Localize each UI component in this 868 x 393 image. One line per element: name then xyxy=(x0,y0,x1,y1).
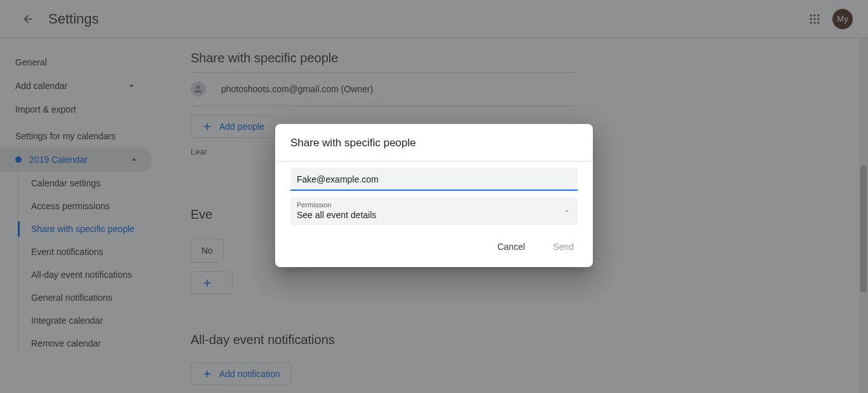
permission-select-value: See all event details xyxy=(297,210,571,220)
dropdown-caret-icon xyxy=(564,206,570,216)
permission-select-label: Permission xyxy=(297,201,571,209)
dialog-title: Share with specific people xyxy=(275,124,593,162)
cancel-button[interactable]: Cancel xyxy=(491,238,532,256)
share-dialog: Share with specific people Permission Se… xyxy=(275,124,593,267)
share-email-input[interactable] xyxy=(290,168,578,191)
permission-select[interactable]: Permission See all event details xyxy=(290,197,578,225)
send-button[interactable]: Send xyxy=(546,238,580,256)
